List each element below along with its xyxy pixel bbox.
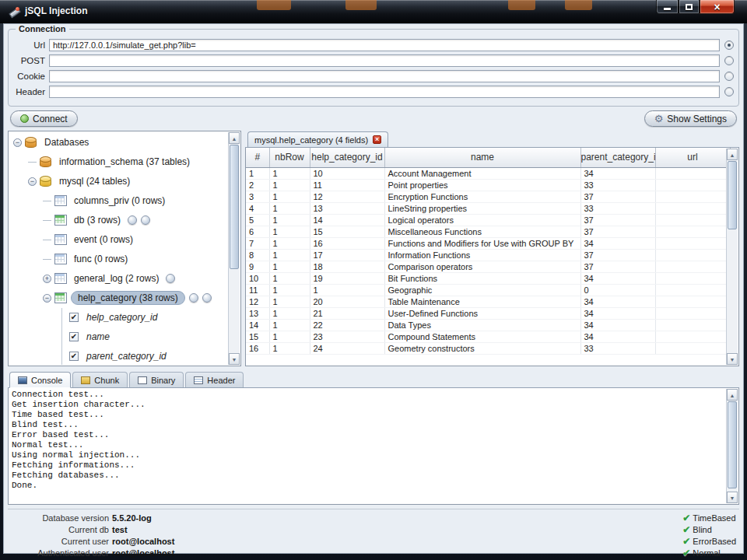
close-button[interactable]: ×: [700, 0, 735, 14]
table-cell: 33: [580, 342, 655, 354]
tree-node[interactable]: help_category (38 rows): [9, 288, 228, 307]
scroll-down-arrow-icon[interactable]: ▼: [727, 353, 738, 365]
tree-node[interactable]: general_log (2 rows): [9, 268, 228, 288]
result-tab[interactable]: mysql.help_category (4 fields) ×: [247, 131, 388, 147]
tree-node[interactable]: db (3 rows): [9, 210, 228, 229]
column-header[interactable]: url: [655, 148, 730, 167]
tree-expander-icon[interactable]: [42, 273, 53, 284]
table-scrollbar-thumb[interactable]: [728, 161, 737, 229]
table-cell: [655, 261, 730, 272]
post-radio[interactable]: [724, 56, 734, 65]
table-cell: [655, 226, 730, 237]
cookie-input[interactable]: [49, 70, 720, 82]
table-cell: 16: [246, 342, 269, 354]
tree-node[interactable]: ✔help_category_id: [9, 307, 228, 327]
result-table: #nbRowhelp_category_idnameparent_categor…: [246, 148, 731, 355]
table-cell: 14: [246, 319, 269, 331]
console-scrollbar[interactable]: ▲ ▼: [726, 389, 738, 503]
table-row[interactable]: 8117Information Functions37: [246, 249, 730, 261]
scroll-up-arrow-icon[interactable]: ▲: [229, 132, 240, 144]
table-row[interactable]: 10119Bit Functions34: [246, 272, 730, 284]
tree-scrollbar-thumb[interactable]: [230, 145, 239, 269]
tree-expander-icon[interactable]: [27, 176, 38, 187]
tab-close-icon[interactable]: ×: [373, 135, 381, 144]
tree-node[interactable]: columns_priv (0 rows): [9, 191, 228, 210]
result-table-header-row: #nbRowhelp_category_idnameparent_categor…: [246, 148, 730, 167]
cookie-radio[interactable]: [724, 72, 734, 81]
tree-node[interactable]: information_schema (37 tables): [9, 152, 228, 171]
tab-header[interactable]: Header: [185, 372, 244, 387]
header-radio[interactable]: [724, 87, 734, 96]
console-scrollbar-thumb[interactable]: [728, 401, 737, 488]
header-input[interactable]: [49, 86, 720, 98]
table-row[interactable]: 16124Geometry constructors33: [246, 342, 730, 354]
tree-node[interactable]: ✔name: [9, 327, 228, 346]
table-row[interactable]: 5114Logical operators37: [246, 214, 730, 226]
column-header[interactable]: nbRow: [269, 148, 310, 167]
column-header[interactable]: #: [246, 148, 269, 167]
table-cell: 5: [246, 214, 269, 226]
table-row[interactable]: 1111Geographic0: [246, 284, 730, 296]
minimize-button[interactable]: [656, 0, 679, 14]
table-cell: 1: [269, 307, 310, 319]
scroll-up-arrow-icon[interactable]: ▲: [727, 149, 738, 160]
table-row[interactable]: 12120Table Maintenance34: [246, 296, 730, 307]
connect-button[interactable]: Connect: [10, 110, 78, 127]
tree-node[interactable]: ✔parent_category_id: [9, 346, 228, 365]
tree-node[interactable]: event (0 rows): [9, 229, 228, 249]
scroll-down-arrow-icon[interactable]: ▼: [727, 492, 738, 503]
tree-expander-icon[interactable]: [12, 137, 23, 148]
table-cell: 13: [310, 202, 384, 214]
url-radio[interactable]: [724, 40, 734, 50]
tree-expander-icon[interactable]: [42, 292, 53, 303]
table-row[interactable]: 2111Point properties33: [246, 179, 730, 191]
table-cell: 34: [580, 307, 655, 319]
table-row[interactable]: 4113LineString properties33: [246, 202, 730, 214]
table-cell: 0: [580, 284, 655, 296]
table-row[interactable]: 9118Comparison operators37: [246, 261, 730, 272]
table-row[interactable]: 1110Account Management34: [246, 167, 730, 179]
connection-fields: Url POST Cookie Header: [12, 37, 734, 100]
table-row[interactable]: 15123Compound Statements34: [246, 331, 730, 342]
result-tabstrip: mysql.help_category (4 fields) ×: [245, 131, 739, 148]
scroll-down-arrow-icon[interactable]: ▼: [229, 353, 240, 365]
column-checkbox[interactable]: ✔: [69, 313, 79, 322]
table-cell: [655, 342, 730, 354]
show-settings-button[interactable]: ⚙ Show Settings: [644, 110, 737, 127]
scroll-up-arrow-icon[interactable]: ▲: [727, 389, 738, 401]
url-input[interactable]: [49, 39, 720, 51]
row-action-button[interactable]: [189, 293, 198, 303]
column-checkbox[interactable]: ✔: [69, 352, 79, 361]
table-cell: 24: [310, 342, 384, 354]
row-action-button[interactable]: [141, 215, 150, 225]
post-input[interactable]: [49, 54, 720, 67]
tree-node[interactable]: Databases: [9, 132, 228, 152]
titlebar[interactable]: jSQL Injection ×: [0, 0, 747, 23]
tree-node[interactable]: mysql (24 tables): [9, 171, 228, 191]
table-cell: 34: [580, 331, 655, 342]
table-row[interactable]: 14122Data Types34: [246, 319, 730, 331]
console-output[interactable]: Connection test... Get insertion charact…: [12, 390, 723, 502]
column-header[interactable]: help_category_id: [310, 148, 384, 167]
background-window-tab: [257, 0, 291, 10]
table-green-icon: [54, 214, 67, 226]
row-action-button[interactable]: [166, 274, 175, 283]
row-action-button[interactable]: [202, 293, 212, 303]
tree-node[interactable]: func (0 rows): [9, 249, 228, 268]
maximize-button[interactable]: [679, 0, 700, 14]
tree-scrollbar[interactable]: ▲ ▼: [228, 132, 240, 365]
column-header[interactable]: name: [384, 148, 580, 167]
table-row[interactable]: 3112Encryption Functions37: [246, 191, 730, 202]
tab-console[interactable]: Console: [9, 372, 71, 388]
tab-chunk[interactable]: Chunk: [72, 372, 128, 387]
column-checkbox[interactable]: ✔: [69, 332, 79, 341]
row-action-button[interactable]: [128, 215, 137, 225]
table-cell: 33: [580, 179, 655, 191]
table-row[interactable]: 6115Miscellaneous Functions37: [246, 226, 730, 237]
column-header[interactable]: parent_category_id: [580, 148, 655, 167]
table-scrollbar[interactable]: ▲ ▼: [726, 149, 738, 365]
tab-binary[interactable]: Binary: [129, 372, 184, 387]
table-row[interactable]: 7116Functions and Modifiers for Use with…: [246, 237, 730, 249]
table-row[interactable]: 13121User-Defined Functions34: [246, 307, 730, 319]
tree-node-label: mysql (24 tables): [56, 175, 133, 187]
